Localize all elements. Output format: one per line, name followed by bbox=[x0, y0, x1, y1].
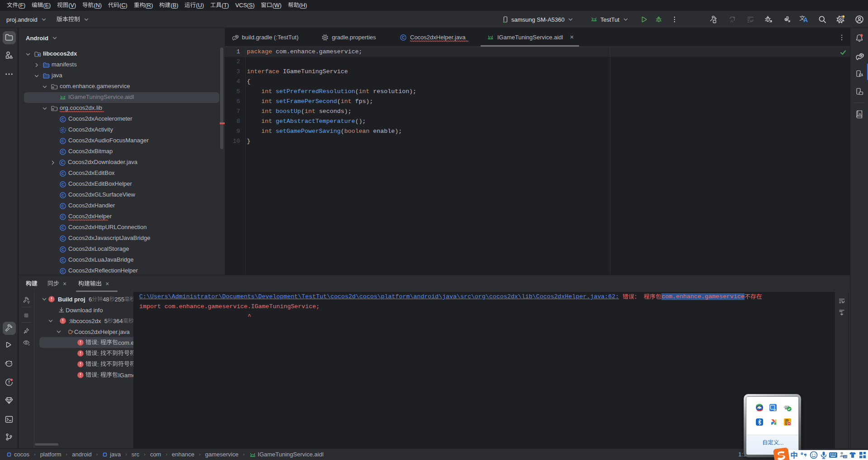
svg-text:C: C bbox=[402, 35, 405, 40]
svg-text:A: A bbox=[859, 112, 861, 116]
svg-text:C: C bbox=[61, 215, 65, 219]
svg-text:C: C bbox=[61, 258, 65, 263]
svg-text:C: C bbox=[61, 225, 65, 230]
svg-text:C: C bbox=[61, 150, 65, 154]
svg-text:C: C bbox=[61, 128, 65, 132]
svg-text:C: C bbox=[61, 247, 65, 252]
svg-text:C: C bbox=[61, 117, 65, 122]
svg-text:C: C bbox=[61, 193, 65, 197]
svg-text:C: C bbox=[61, 236, 65, 241]
svg-text:C: C bbox=[61, 204, 65, 208]
svg-text:C: C bbox=[61, 171, 65, 176]
svg-text:A: A bbox=[730, 19, 733, 23]
svg-text:10: 10 bbox=[844, 455, 847, 458]
svg-text:C: C bbox=[61, 269, 65, 273]
svg-text:C: C bbox=[61, 182, 65, 187]
svg-text:C: C bbox=[61, 139, 65, 143]
svg-text:C: C bbox=[61, 160, 64, 165]
